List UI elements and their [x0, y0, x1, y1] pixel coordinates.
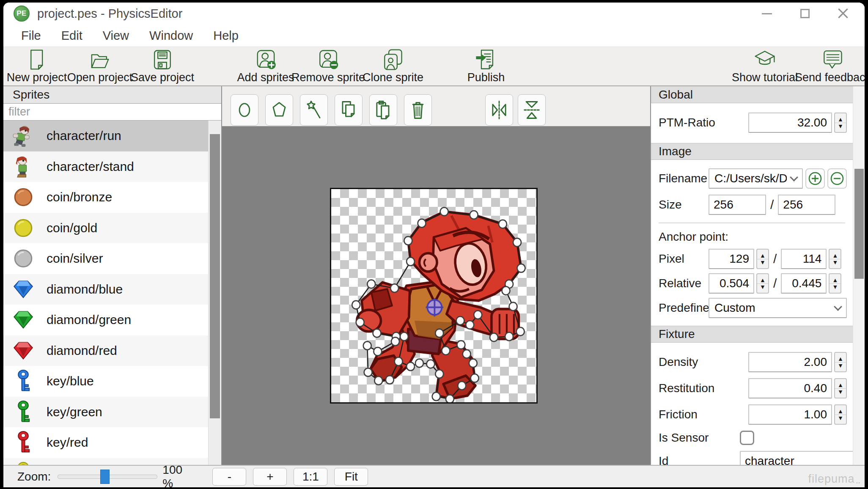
circle-tool-button[interactable] — [231, 94, 258, 126]
sprite-item-character-stand[interactable]: character/stand — [3, 151, 208, 182]
sprite-item-key-green[interactable]: key/green — [3, 397, 208, 428]
id-input[interactable] — [740, 451, 853, 465]
menu-file[interactable]: File — [18, 28, 44, 44]
anchor-pixel-x-stepper[interactable]: ▲▼ — [756, 249, 769, 269]
flip-horizontal-button[interactable] — [485, 94, 513, 126]
sprite-item-coin-bronze[interactable]: coin/bronze — [3, 182, 208, 213]
sprite-item-coin-gold[interactable]: coin/gold — [3, 213, 208, 244]
watermark: filepuma — [808, 473, 860, 486]
sprite-item-coin-silver[interactable]: coin/silver — [3, 243, 208, 274]
minimize-button[interactable] — [760, 6, 774, 21]
anchor-relative-x-input[interactable] — [709, 273, 754, 294]
canvas-pane — [222, 86, 650, 465]
anchor-relative-label: Relative — [659, 277, 709, 290]
properties-panel: Global PTM-Ratio ▲▼ Image Filename C:/Us… — [650, 86, 865, 465]
sprite-image-area[interactable] — [330, 188, 538, 404]
remove-sprite-button[interactable]: Remove sprite — [291, 49, 365, 84]
filename-dropdown[interactable]: C:/Users/sk/Desktop — [709, 168, 803, 189]
maximize-icon — [800, 9, 810, 18]
restitution-input[interactable] — [748, 378, 832, 398]
diamond-red-icon — [9, 341, 37, 360]
flip-vertical-button[interactable] — [518, 94, 546, 126]
is-sensor-checkbox[interactable] — [740, 431, 754, 445]
size-label: Size — [659, 198, 709, 212]
open-project-icon — [89, 49, 111, 71]
clone-sprite-button[interactable]: Clone sprite — [363, 49, 423, 84]
magic-wand-tool-button[interactable] — [300, 94, 328, 126]
anchor-relative-y-stepper[interactable]: ▲▼ — [829, 273, 841, 294]
polygon-tool-button[interactable] — [265, 94, 293, 126]
size-height-input[interactable] — [778, 195, 835, 215]
paste-tool-button[interactable] — [369, 94, 397, 126]
zoom-slider[interactable] — [58, 475, 157, 479]
add-sprites-button[interactable]: Add sprites — [237, 49, 294, 84]
sprites-scrollbar[interactable] — [208, 121, 221, 465]
character-run-icon — [9, 125, 37, 147]
predefined-dropdown[interactable]: Custom — [709, 298, 847, 318]
anchor-pixel-y-stepper[interactable]: ▲▼ — [829, 249, 841, 269]
sprite-item-diamond-blue[interactable]: diamond/blue — [3, 274, 208, 305]
main-area: Sprites character/run character/stan — [3, 86, 865, 465]
sprite-item-label: character/stand — [47, 159, 134, 174]
publish-button[interactable]: Publish — [467, 49, 505, 84]
send-feedback-button[interactable]: Send feedback — [795, 49, 865, 84]
zoom-one-to-one-button[interactable]: 1:1 — [294, 468, 327, 486]
delete-tool-button[interactable] — [404, 94, 432, 126]
sprite-item-diamond-green[interactable]: diamond/green — [3, 305, 208, 335]
sprites-scrollbar-thumb[interactable] — [210, 134, 220, 418]
close-button[interactable] — [836, 6, 850, 21]
properties-scrollbar[interactable] — [853, 86, 865, 465]
menu-window[interactable]: Window — [146, 28, 196, 44]
section-image: Image — [651, 143, 853, 160]
sprite-item-key-blue[interactable]: key/blue — [3, 366, 208, 397]
zoom-in-button[interactable]: + — [253, 468, 287, 486]
friction-stepper[interactable]: ▲▼ — [834, 404, 847, 425]
send-feedback-icon — [822, 49, 844, 71]
properties-scrollbar-thumb[interactable] — [854, 169, 864, 279]
show-tutorial-button[interactable]: Show tutorial — [732, 49, 798, 84]
sprite-item-key-red[interactable]: key/red — [3, 427, 208, 458]
maximize-button[interactable] — [798, 6, 812, 21]
zoom-slider-thumb[interactable] — [100, 470, 110, 484]
density-input[interactable] — [748, 352, 832, 372]
anchor-pixel-label: Pixel — [659, 252, 709, 266]
sprite-item-diamond-red[interactable]: diamond/red — [3, 335, 208, 366]
minus-circle-icon — [830, 171, 844, 186]
key-red-icon — [9, 430, 37, 455]
zoom-out-button[interactable]: - — [212, 468, 246, 486]
diamond-blue-icon — [9, 280, 37, 299]
menu-edit[interactable]: Edit — [58, 28, 86, 44]
ptm-ratio-input[interactable] — [748, 113, 832, 133]
ptm-ratio-stepper[interactable]: ▲▼ — [834, 113, 847, 133]
sprite-item-character-run[interactable]: character/run — [3, 121, 208, 151]
clone-sprite-icon — [382, 49, 404, 71]
new-project-icon — [26, 49, 48, 71]
anchor-relative-x-stepper[interactable]: ▲▼ — [756, 273, 769, 294]
save-project-button[interactable]: Save project — [131, 49, 194, 84]
open-project-button[interactable]: Open project — [67, 49, 133, 84]
save-project-icon — [151, 49, 173, 71]
menu-view[interactable]: View — [99, 28, 132, 44]
new-project-button[interactable]: New project — [7, 49, 67, 84]
copy-tool-button[interactable] — [335, 94, 363, 126]
restitution-stepper[interactable]: ▲▼ — [834, 378, 847, 398]
canvas-viewport[interactable] — [222, 126, 650, 465]
diamond-green-icon — [9, 310, 37, 330]
friction-input[interactable] — [748, 404, 832, 425]
titlebar: PE project.pes - PhysicsEditor — [3, 3, 865, 25]
remove-image-button[interactable] — [827, 168, 847, 189]
sprite-item-label: coin/silver — [47, 251, 103, 266]
anchor-pixel-x-input[interactable] — [709, 249, 754, 269]
magic-wand-icon — [305, 99, 322, 121]
anchor-pixel-y-input[interactable] — [781, 249, 827, 269]
zoom-fit-button[interactable]: Fit — [334, 468, 368, 486]
add-image-button[interactable] — [805, 168, 825, 189]
menu-help[interactable]: Help — [210, 28, 242, 44]
size-width-input[interactable] — [709, 195, 766, 215]
anchor-relative-y-input[interactable] — [781, 273, 827, 294]
sprite-editor-canvas[interactable] — [331, 189, 536, 402]
is-sensor-label: Is Sensor — [659, 431, 740, 445]
filter-input[interactable] — [3, 104, 221, 121]
density-stepper[interactable]: ▲▼ — [834, 352, 847, 372]
ptm-ratio-label: PTM-Ratio — [659, 116, 715, 129]
